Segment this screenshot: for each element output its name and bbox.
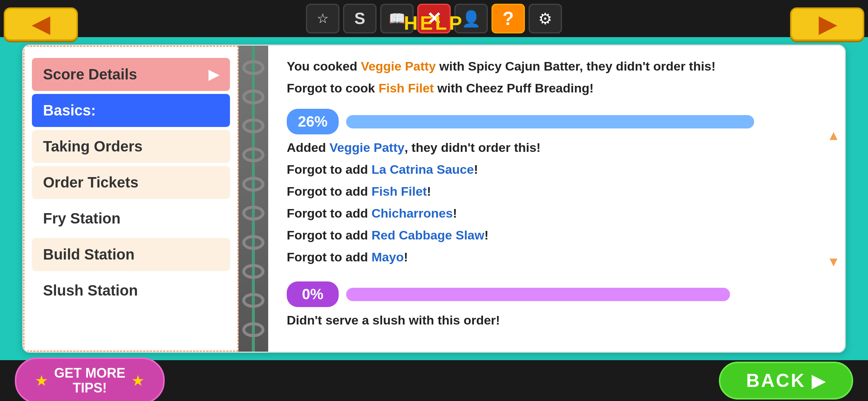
s-nav-btn[interactable]: S bbox=[343, 4, 377, 33]
sidebar-item-basics[interactable]: Basics: bbox=[32, 94, 230, 127]
fry-station-label: Fry Station bbox=[43, 210, 121, 226]
ring-1 bbox=[242, 60, 264, 75]
blue-line-4: Forgot to add Chicharrones! bbox=[287, 204, 826, 223]
bottom-bar: ★ GET MORETIPS! ★ BACK ▶ bbox=[0, 360, 868, 401]
sidebar-item-order-tickets[interactable]: Order Tickets bbox=[32, 166, 230, 199]
la-catrina-sauce-highlight: La Catrina Sauce bbox=[372, 162, 474, 176]
build-station-label: Build Station bbox=[43, 246, 135, 263]
ring-6 bbox=[242, 206, 264, 221]
ring-2 bbox=[242, 89, 264, 104]
score-bar-fill-purple bbox=[346, 288, 730, 301]
sidebar: Score Details ▶ Basics: Taking Orders Or… bbox=[23, 46, 239, 352]
back-arrow-icon: ▶ bbox=[812, 370, 826, 391]
help-title: HELP bbox=[404, 12, 464, 34]
mayo-highlight: Mayo bbox=[372, 250, 404, 264]
score-details-label: Score Details bbox=[43, 66, 137, 83]
scroll-arrows: ▲ ▼ bbox=[826, 128, 841, 269]
tips-label: GET MORETIPS! bbox=[54, 366, 125, 395]
notebook: Score Details ▶ Basics: Taking Orders Or… bbox=[22, 45, 846, 353]
sidebar-item-taking-orders[interactable]: Taking Orders bbox=[32, 130, 230, 163]
main-content: Score Details ▶ Basics: Taking Orders Or… bbox=[22, 37, 846, 360]
ring-7 bbox=[242, 235, 264, 250]
score-badge-0: 0% bbox=[287, 281, 339, 307]
red-cabbage-slaw-highlight: Red Cabbage Slaw bbox=[372, 228, 484, 242]
purple-line-1: Didn't serve a slush with this order! bbox=[287, 311, 826, 330]
next-arrow-shape: ▶ bbox=[790, 7, 864, 41]
star-nav-btn[interactable]: ☆ bbox=[306, 4, 339, 33]
score-bar-fill-blue bbox=[346, 115, 754, 128]
fish-filet-highlight-2: Fish Filet bbox=[372, 184, 427, 198]
back-label: BACK bbox=[746, 370, 806, 391]
prev-arrow-shape: ◀ bbox=[4, 7, 78, 41]
sidebar-item-slush-station[interactable]: Slush Station bbox=[32, 274, 230, 307]
ring-9 bbox=[242, 293, 264, 308]
fish-filet-highlight-top: Fish Filet bbox=[378, 81, 434, 95]
blue-line-1: Added Veggie Patty, they didn't order th… bbox=[287, 138, 826, 157]
scroll-down-btn[interactable]: ▼ bbox=[826, 254, 841, 269]
veggie-patty-highlight-1: Veggie Patty bbox=[361, 59, 436, 73]
ring-8 bbox=[242, 264, 264, 279]
top-line-1: You cooked Veggie Patty with Spicy Cajun… bbox=[287, 57, 826, 76]
content-panel: You cooked Veggie Patty with Spicy Cajun… bbox=[268, 46, 845, 352]
order-tickets-label: Order Tickets bbox=[43, 174, 138, 190]
sidebar-item-score-details[interactable]: Score Details ▶ bbox=[32, 58, 230, 91]
star-right-icon: ★ bbox=[131, 372, 145, 389]
score-bar-track-purple bbox=[346, 288, 826, 301]
settings-nav-btn[interactable]: ⚙ bbox=[529, 4, 562, 33]
score-header-blue: 26% bbox=[287, 109, 826, 134]
next-arrow[interactable]: ▶ bbox=[786, 4, 868, 45]
score-header-purple: 0% bbox=[287, 281, 826, 307]
score-details-arrow: ▶ bbox=[208, 67, 219, 82]
score-item-blue: 26% Added Veggie Patty, they didn't orde… bbox=[287, 109, 826, 267]
sidebar-item-fry-station[interactable]: Fry Station bbox=[32, 202, 230, 235]
help-nav-btn[interactable]: ? bbox=[491, 4, 525, 33]
left-arrow-icon: ◀ bbox=[32, 11, 49, 37]
veggie-patty-highlight-2: Veggie Patty bbox=[329, 140, 404, 154]
prev-arrow[interactable]: ◀ bbox=[0, 4, 82, 45]
taking-orders-label: Taking Orders bbox=[43, 138, 142, 154]
back-button[interactable]: BACK ▶ bbox=[719, 362, 853, 400]
ring-5 bbox=[242, 177, 264, 192]
chicharrones-highlight: Chicharrones bbox=[372, 206, 453, 220]
basics-label: Basics: bbox=[43, 102, 96, 118]
blue-line-5: Forgot to add Red Cabbage Slaw! bbox=[287, 226, 826, 245]
top-line-2: Forgot to cook Fish Filet with Cheez Puf… bbox=[287, 79, 826, 98]
scroll-up-btn[interactable]: ▲ bbox=[826, 128, 841, 143]
blue-line-3: Forgot to add Fish Filet! bbox=[287, 182, 826, 201]
blue-line-6: Forgot to add Mayo! bbox=[287, 248, 826, 267]
ring-4 bbox=[242, 147, 264, 162]
spine bbox=[239, 46, 268, 352]
ring-10 bbox=[242, 322, 264, 337]
right-arrow-icon: ▶ bbox=[819, 11, 836, 37]
score-bar-track-blue bbox=[346, 115, 826, 128]
top-nav: ☆ S 📖 ✕ 👤 ? ⚙ HELP bbox=[0, 0, 868, 37]
star-left-icon: ★ bbox=[35, 372, 48, 389]
blue-line-2: Forgot to add La Catrina Sauce! bbox=[287, 160, 826, 179]
get-more-tips-button[interactable]: ★ GET MORETIPS! ★ bbox=[15, 358, 165, 401]
sidebar-item-build-station[interactable]: Build Station bbox=[32, 238, 230, 271]
slush-station-label: Slush Station bbox=[43, 282, 138, 299]
score-badge-26: 26% bbox=[287, 109, 339, 134]
score-item-purple: 0% Didn't serve a slush with this order! bbox=[287, 281, 826, 330]
ring-3 bbox=[242, 118, 264, 133]
